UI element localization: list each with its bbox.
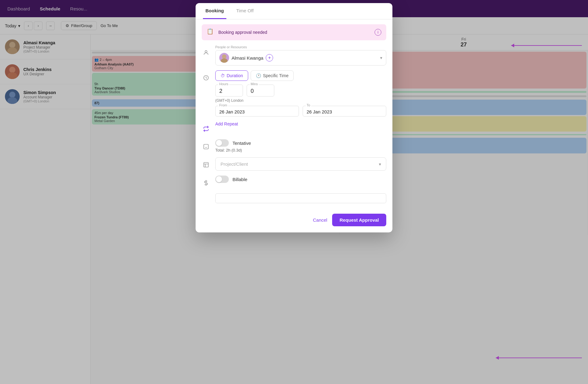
tentative-label: Tentative [232,141,251,146]
dollar-icon [202,177,210,188]
approval-icon: 📋 [207,28,215,37]
chevron-down-icon: ▾ [379,162,381,167]
billable-row: Billable [202,176,386,188]
people-row: People or Resources Almasi Kwanga + ▾ [202,45,386,65]
add-repeat-button[interactable]: Add Repeat [215,121,386,126]
tentative-row: Tentative Total: 2h (0.3d) [202,139,386,152]
svg-point-8 [221,58,228,63]
svg-point-6 [205,50,207,53]
time-toggle: ⏱ Duration 🕐 Specific Time [215,70,386,81]
clock-icon [202,72,210,83]
mins-input[interactable] [247,85,274,97]
people-selector[interactable]: Almasi Kwanga + ▾ [215,50,386,65]
form-section: People or Resources Almasi Kwanga + ▾ [196,45,392,206]
svg-point-7 [222,54,226,59]
project-placeholder: Project/Client [220,161,248,167]
duration-button[interactable]: ⏱ Duration [215,70,248,81]
modal-overlay: Booking Time Off 📋 Booking approval need… [0,0,588,384]
timer-icon: ⏱ [220,73,225,78]
from-label: From [218,103,228,107]
question-icon [202,141,210,152]
add-person-button[interactable]: + [266,54,273,61]
to-date-input[interactable] [303,106,386,117]
date-range-row: From To [215,106,386,117]
note-input[interactable] [215,193,386,203]
repeat-icon [202,123,210,134]
modal-tabs: Booking Time Off [196,3,392,19]
total-text: Total: 2h (0.3d) [215,148,386,152]
cancel-button[interactable]: Cancel [313,217,327,223]
mins-label: Mins [250,82,259,86]
booking-modal: Booking Time Off 📋 Booking approval need… [196,3,392,232]
duration-row: ⏱ Duration 🕐 Specific Time Hours [202,70,386,117]
person-icon [202,47,210,58]
chevron-down-icon: ▾ [380,55,382,60]
selected-person-avatar [219,53,229,63]
billable-toggle[interactable] [215,176,229,183]
approval-text: Booking approval needed [218,30,267,35]
selected-person-name: Almasi Kwanga [232,55,263,61]
note-row [202,193,386,206]
hours-mins-row: Hours Mins [215,85,386,97]
clock-icon: 🕐 [256,73,261,78]
svg-rect-11 [204,163,209,167]
billable-label: Billable [232,177,247,182]
specific-time-button[interactable]: 🕐 Specific Time [251,70,294,81]
to-label: To [306,103,311,107]
approval-banner: 📋 Booking approval needed i [202,24,386,40]
people-label: People or Resources [215,45,386,49]
project-icon [202,159,210,170]
tentative-toggle[interactable] [215,139,229,147]
svg-rect-10 [204,144,209,149]
request-approval-button[interactable]: Request Approval [332,214,386,226]
from-date-input[interactable] [215,106,299,117]
note-icon [202,195,210,206]
info-icon[interactable]: i [375,29,381,36]
project-selector[interactable]: Project/Client ▾ [215,157,386,171]
modal-footer: Cancel Request Approval [196,209,392,232]
tab-time-off[interactable]: Time Off [234,3,256,19]
project-row: Project/Client ▾ [202,157,386,171]
hours-input[interactable] [215,85,243,97]
hours-label: Hours [218,82,229,86]
repeat-row: Add Repeat [202,121,386,134]
tab-booking[interactable]: Booking [203,3,226,19]
timezone-label: (GMT+0) London [215,98,386,103]
